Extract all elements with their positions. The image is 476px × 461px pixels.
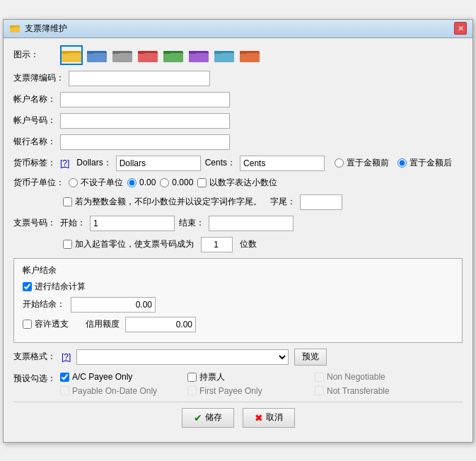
- suffix-input[interactable]: [300, 194, 342, 210]
- calculate-check[interactable]: 进行结余计算: [23, 281, 86, 293]
- preset-payable-on-date[interactable]: Payable On-Date Only: [60, 386, 187, 396]
- calculate-checkbox[interactable]: [23, 282, 32, 291]
- check-number-row: 支票号码： 开始： 结束：: [13, 216, 463, 231]
- checkbook-number-label: 支票簿编码：: [13, 72, 64, 84]
- integer-option-checkbox[interactable]: [63, 197, 72, 206]
- credit-input[interactable]: [125, 317, 196, 332]
- opening-balance-input[interactable]: [71, 297, 156, 313]
- icon-green-folder[interactable]: [162, 45, 185, 65]
- format-help[interactable]: [?]: [62, 352, 71, 362]
- credit-label: 信用额度: [86, 318, 120, 330]
- preset-ac-payee-label: A/C Payee Only: [72, 372, 132, 382]
- unit-2decimal-label: 0.00: [139, 177, 156, 187]
- window-title: 支票簿维护: [25, 23, 67, 35]
- account-number-input[interactable]: [60, 113, 230, 129]
- preset-non-negotiable-checkbox[interactable]: [315, 373, 324, 382]
- icon-purple-folder[interactable]: [187, 45, 210, 65]
- end-label: 结束：: [179, 217, 204, 229]
- preset-row: 预设勾选： A/C Payee Only 持票人 Non Negotiable: [13, 371, 463, 396]
- overdraft-check[interactable]: 容许透支: [23, 318, 69, 330]
- currency-unit-row: 货币子单位： 不设子单位 0.00 0.000 以数字表达小数位: [13, 177, 463, 189]
- icon-red-folder[interactable]: [137, 45, 159, 65]
- unit-none-option[interactable]: 不设子单位: [69, 177, 123, 189]
- format-row: 支票格式： [?] 预览: [13, 349, 463, 366]
- icon-yellow-folder[interactable]: [60, 45, 83, 65]
- cancel-button[interactable]: ✖ 取消: [243, 408, 295, 428]
- leading-zeros-checkbox[interactable]: [63, 240, 72, 249]
- preset-payable-on-date-label: Payable On-Date Only: [72, 386, 157, 396]
- checkbook-number-input[interactable]: [69, 71, 210, 86]
- close-button[interactable]: ✕: [454, 22, 467, 35]
- currency-help[interactable]: [?]: [60, 158, 69, 168]
- end-input[interactable]: [209, 216, 294, 231]
- preset-bearer[interactable]: 持票人: [187, 371, 315, 383]
- unit-none-radio[interactable]: [69, 178, 78, 187]
- folder-red-svg: [138, 47, 158, 63]
- title-bar-left: 支票簿维护: [9, 23, 67, 35]
- preset-first-payee[interactable]: First Payee Only: [187, 386, 315, 396]
- preset-not-transferable[interactable]: Not Transferable: [315, 386, 442, 396]
- check-number-section: 支票号码： 开始： 结束： 加入起首零位，使支票号码成为 位数: [13, 216, 463, 252]
- leading-zeros-check[interactable]: 加入起首零位，使支票号码成为: [63, 238, 194, 250]
- svg-rect-13: [138, 53, 158, 62]
- preset-non-negotiable-label: Non Negotiable: [327, 372, 385, 382]
- preset-ac-payee-checkbox[interactable]: [60, 373, 69, 382]
- start-input[interactable]: [90, 216, 175, 231]
- cancel-icon: ✖: [255, 412, 263, 424]
- unit-none-label: 不设子单位: [81, 177, 123, 189]
- svg-rect-14: [138, 51, 145, 54]
- svg-rect-25: [240, 53, 260, 62]
- save-button[interactable]: ✔ 储存: [182, 408, 234, 428]
- folder-green-svg: [163, 47, 183, 63]
- cents-input[interactable]: [240, 156, 325, 171]
- preset-first-payee-checkbox[interactable]: [187, 386, 197, 395]
- unit-2decimal-option[interactable]: 0.00: [127, 177, 156, 187]
- svg-rect-26: [240, 51, 247, 54]
- integer-option-row: 若为整数金额，不印小数位并以设定字词作字尾。 字尾：: [13, 194, 463, 210]
- format-select[interactable]: [76, 349, 289, 365]
- icon-orange-folder[interactable]: [238, 45, 261, 65]
- bank-name-input[interactable]: [60, 134, 230, 150]
- folder-orange-svg: [240, 47, 260, 63]
- icon-gray-folder[interactable]: [111, 45, 134, 65]
- svg-rect-10: [112, 53, 132, 62]
- check-number-label: 支票号码：: [13, 217, 56, 229]
- preset-not-transferable-checkbox[interactable]: [315, 386, 324, 395]
- folder-gray-svg: [112, 47, 132, 63]
- icon-teal-folder[interactable]: [213, 45, 236, 65]
- dollars-input[interactable]: [116, 156, 201, 171]
- account-name-input[interactable]: [60, 92, 230, 107]
- calculate-label: 进行结余计算: [35, 281, 86, 293]
- icon-blue-folder[interactable]: [86, 45, 108, 65]
- folder-blue-svg: [87, 47, 107, 63]
- svg-rect-16: [163, 53, 183, 62]
- position-before-radio[interactable]: [335, 158, 344, 168]
- preset-non-negotiable[interactable]: Non Negotiable: [315, 371, 442, 383]
- preset-bearer-checkbox[interactable]: [187, 373, 197, 382]
- preset-payable-on-date-checkbox[interactable]: [60, 386, 69, 395]
- digits-input[interactable]: [201, 237, 233, 252]
- unit-3decimal-option[interactable]: 0.000: [160, 177, 193, 187]
- bank-name-label: 银行名称：: [13, 136, 56, 148]
- svg-rect-1: [10, 27, 20, 33]
- preset-grid: A/C Payee Only 持票人 Non Negotiable Payabl…: [60, 371, 442, 396]
- position-before-option[interactable]: 置于金额前: [335, 157, 389, 169]
- cents-label: Cents：: [205, 157, 236, 169]
- decimal-text-option[interactable]: 以数字表达小数位: [197, 177, 277, 189]
- calculate-row: 进行结余计算: [23, 281, 453, 293]
- svg-rect-17: [163, 51, 170, 54]
- position-after-radio[interactable]: [397, 158, 407, 168]
- currency-unit-label: 货币子单位：: [13, 177, 64, 189]
- unit-3decimal-radio[interactable]: [160, 178, 169, 187]
- preset-ac-payee[interactable]: A/C Payee Only: [60, 371, 187, 383]
- decimal-text-checkbox[interactable]: [197, 178, 207, 187]
- preview-button[interactable]: 预览: [294, 349, 327, 366]
- account-number-row: 帐户号码：: [13, 113, 463, 129]
- checkbook-number-row: 支票簿编码：: [13, 71, 463, 86]
- overdraft-checkbox[interactable]: [23, 320, 32, 329]
- unit-2decimal-radio[interactable]: [127, 178, 137, 187]
- position-after-option[interactable]: 置于金额后: [397, 157, 452, 169]
- save-label: 储存: [205, 412, 222, 424]
- form-content: 图示：: [4, 38, 472, 442]
- integer-option-check[interactable]: 若为整数金额，不印小数位并以设定字词作字尾。: [63, 196, 262, 208]
